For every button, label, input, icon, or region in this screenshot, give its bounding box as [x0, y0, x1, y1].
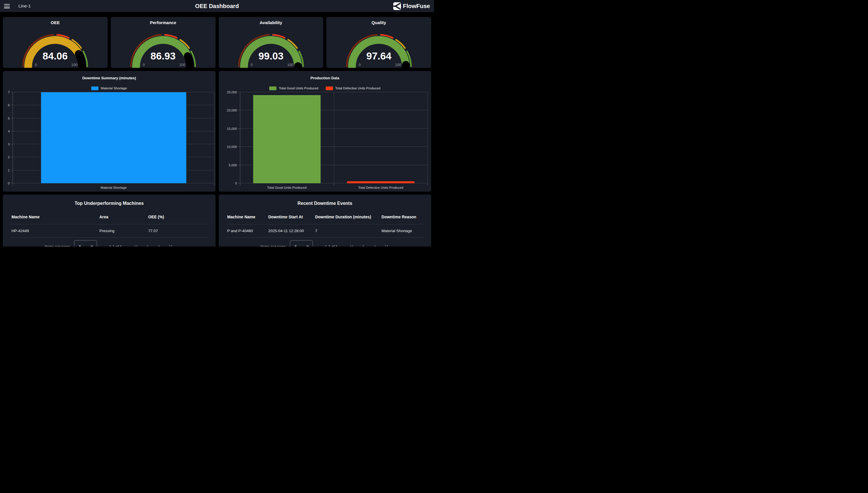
- y-axis-tick-label: 0: [8, 181, 10, 185]
- menu-icon[interactable]: [4, 4, 10, 8]
- svg-text:86.93: 86.93: [151, 50, 176, 62]
- y-axis-tick-label: 25,000: [227, 90, 237, 94]
- y-axis-tick: [11, 157, 13, 157]
- table-header-row: Machine Name Area OEE (%): [12, 215, 207, 224]
- chart-plot-area: 01234567: [13, 92, 215, 183]
- y-axis-tick: [238, 110, 240, 110]
- first-page-button[interactable]: [133, 244, 139, 246]
- next-page-button[interactable]: [156, 244, 162, 246]
- oee-gauge: 84.060100: [3, 24, 107, 68]
- svg-text:100: 100: [395, 63, 401, 67]
- category-boundary-line: [427, 92, 428, 183]
- y-axis-tick: [11, 118, 13, 119]
- y-axis-tick: [11, 105, 13, 105]
- quality-gauge: 97.640100: [327, 24, 431, 68]
- previous-page-button[interactable]: [145, 244, 151, 246]
- dashboard-body: OEE 84.060100 Performance 86.930100 Avai…: [0, 12, 434, 246]
- last-page-button[interactable]: [384, 244, 389, 246]
- table-title: Recent Downtime Events: [227, 194, 423, 206]
- cell-downtime-start: 2025-04-11 12:28:00: [268, 229, 315, 233]
- x-axis-tick: [334, 183, 334, 186]
- items-per-page-select[interactable]: 5: [290, 240, 313, 246]
- y-axis-tick-label: 15,000: [227, 127, 237, 130]
- svg-text:97.64: 97.64: [366, 50, 391, 62]
- table-row: Top Underperforming Machines Machine Nam…: [3, 194, 431, 246]
- legend-swatch: [326, 86, 333, 90]
- pagination: Items per page: 5 1-1 of 1: [12, 240, 207, 246]
- chevron-down-icon: [90, 245, 93, 246]
- legend-label: Total Defective Units Produced: [335, 86, 380, 90]
- gauge-card-performance: Performance 86.930100: [111, 17, 215, 68]
- svg-text:84.06: 84.06: [43, 50, 68, 62]
- x-axis-tick: [240, 183, 240, 186]
- divider: [226, 237, 424, 238]
- next-page-button[interactable]: [372, 244, 378, 246]
- column-header: Downtime Duration (minutes): [315, 215, 382, 219]
- bar-total-good-units-produced[interactable]: [253, 95, 321, 183]
- chart-plot-area: 05,00010,00015,00020,00025,000: [240, 92, 428, 183]
- bar-total-defective-units-produced[interactable]: [347, 181, 414, 183]
- y-axis-tick: [238, 165, 240, 165]
- category-boundary-line: [214, 92, 215, 183]
- svg-text:100: 100: [287, 63, 293, 67]
- chevron-down-icon: [306, 245, 309, 246]
- table-title: Top Underperforming Machines: [12, 194, 207, 206]
- production-data-chart: Production Data Total Good Units Produce…: [219, 71, 431, 192]
- svg-text:99.03: 99.03: [258, 50, 283, 62]
- divider: [10, 237, 208, 238]
- column-header: OEE (%): [148, 215, 207, 219]
- legend-item[interactable]: Total Good Units Produced: [269, 86, 318, 90]
- legend-item[interactable]: Total Defective Units Produced: [326, 86, 380, 90]
- x-axis-tick: [214, 183, 215, 186]
- navbar: Line-1 OEE Dashboard FlowFuse: [0, 0, 434, 12]
- y-axis-tick-label: 5: [8, 116, 10, 120]
- first-page-button[interactable]: [349, 244, 355, 246]
- page-range-label: 1-1 of 1: [325, 244, 338, 247]
- chart-x-axis-labels: Material Shortage: [13, 186, 215, 189]
- table-row: P and P-40460 2025-04-11 12:28:00 7 Mate…: [227, 224, 423, 237]
- y-axis-tick: [11, 144, 13, 144]
- gauge-row: OEE 84.060100 Performance 86.930100 Avai…: [3, 17, 431, 68]
- downtime-summary-chart: Downtime Summary (minutes) Material Shor…: [3, 71, 215, 192]
- chart-title: Downtime Summary (minutes): [3, 76, 215, 80]
- line-selector[interactable]: Line-1: [18, 3, 31, 8]
- cell-downtime-duration: 7: [315, 229, 382, 233]
- brand-wordmark: FlowFuse: [403, 3, 430, 9]
- x-axis-category-label: Total Defective Units Produced: [334, 186, 428, 189]
- legend-label: Total Good Units Produced: [279, 86, 318, 90]
- items-per-page-select[interactable]: 5: [74, 240, 97, 246]
- x-axis-category-label: Material Shortage: [13, 186, 215, 189]
- cell-machine-name: P and P-40460: [227, 229, 268, 233]
- cell-oee: 77.07: [148, 229, 207, 233]
- y-axis-tick-label: 3: [8, 143, 10, 146]
- cell-downtime-reason: Material Shortage: [382, 229, 422, 233]
- page-title: OEE Dashboard: [0, 3, 434, 9]
- cell-machine-name: HP-42449: [12, 229, 99, 233]
- legend-label: Material Shortage: [101, 86, 127, 90]
- y-axis-tick-label: 20,000: [227, 109, 237, 112]
- y-axis-tick-label: 10,000: [227, 145, 237, 149]
- x-axis-tick: [427, 183, 428, 186]
- chart-x-axis-labels: Total Good Units ProducedTotal Defective…: [240, 186, 428, 189]
- x-axis-tick: [13, 183, 13, 186]
- top-underperforming-machines-table: Top Underperforming Machines Machine Nam…: [3, 194, 215, 246]
- last-page-button[interactable]: [168, 244, 174, 246]
- previous-page-button[interactable]: [361, 244, 366, 246]
- y-axis-tick-label: 6: [8, 103, 10, 107]
- svg-text:0: 0: [359, 63, 361, 67]
- y-axis-tick: [238, 128, 240, 129]
- performance-gauge: 86.930100: [111, 24, 215, 68]
- legend-item[interactable]: Material Shortage: [91, 86, 127, 90]
- page-range-label: 1-1 of 1: [109, 244, 122, 247]
- pager-buttons: [133, 244, 174, 246]
- x-axis-category-label: Total Good Units Produced: [240, 186, 334, 189]
- y-axis-tick-label: 0: [235, 181, 237, 185]
- y-axis-tick-label: 1: [8, 169, 10, 172]
- recent-downtime-events-table: Recent Downtime Events Machine Name Down…: [219, 194, 431, 246]
- gauge-card-quality: Quality 97.640100: [326, 17, 431, 68]
- legend-swatch: [269, 86, 276, 90]
- column-header: Downtime Reason: [382, 215, 422, 219]
- column-header: Machine Name: [227, 215, 268, 219]
- bar-material-shortage[interactable]: [41, 92, 186, 183]
- svg-text:0: 0: [251, 63, 253, 67]
